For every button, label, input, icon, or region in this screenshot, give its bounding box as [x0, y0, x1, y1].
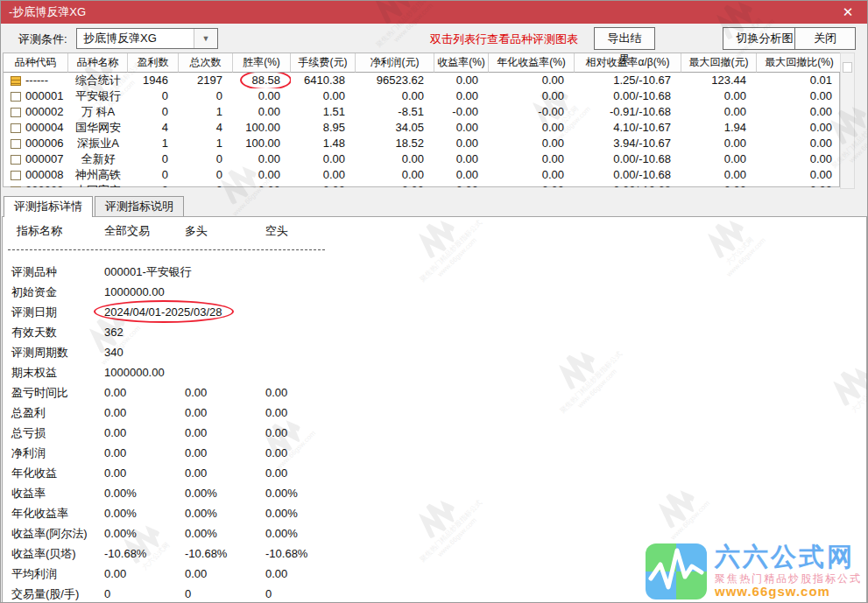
- results-table-body: ------ 综合统计 1946 2197 88.58 6410.38 9652…: [4, 73, 839, 187]
- detail-row: 收益率 0.00% 0.00% 0.00%: [3, 483, 493, 503]
- row-checkbox-icon[interactable]: [11, 123, 21, 133]
- detail-row: 平均利润 0.00 0.00 0.00: [3, 564, 493, 584]
- detail-column-header: 多头: [171, 223, 251, 239]
- metric-label: 交易量(股/手): [3, 584, 90, 603]
- tab[interactable]: 评测指标详情: [4, 196, 93, 217]
- results-table: 品种代码品种名称盈利数总次数胜率(%)手续费(元)净利润(元)收益率(%)年化收…: [3, 53, 840, 187]
- win-rate-value: 0.00: [258, 183, 280, 187]
- titlebar-close-icon[interactable]: ✕: [836, 4, 859, 20]
- pulse-logo-icon: [646, 543, 707, 599]
- metric-value-all: 1000000.00: [104, 362, 165, 382]
- detail-row: 总盈利 0.00 0.00 0.00: [3, 403, 493, 423]
- win-rate-value: 100.00: [245, 136, 280, 151]
- table-vertical-scrollbar[interactable]: [840, 53, 855, 189]
- row-checkbox-icon[interactable]: [11, 155, 21, 165]
- detail-row: 总亏损 0.00 0.00 0.00: [3, 423, 493, 443]
- stock-code: 000009: [25, 183, 63, 187]
- column-header[interactable]: 净利润(元): [356, 53, 434, 73]
- detail-column-header: 全部交易: [90, 223, 171, 239]
- metric-value-all: 0.00: [104, 463, 126, 483]
- row-checkbox-icon[interactable]: [11, 108, 21, 117]
- table-row[interactable]: 000009 中国宝安 0 0 0.00 0.00 0.00 0.00 0.00…: [4, 183, 839, 187]
- detail-row: 净利润 0.00 0.00 0.00: [3, 443, 493, 463]
- stock-code: 000001: [25, 88, 63, 104]
- stock-code: ------: [25, 73, 48, 88]
- stock-code: 000004: [25, 120, 63, 136]
- close-button[interactable]: 关闭: [794, 27, 856, 50]
- table-row[interactable]: 000008 神州高铁 0 0 0.00 0.00 0.00 0.00 0.00…: [4, 167, 839, 183]
- metric-value-all: 340: [104, 342, 123, 362]
- detail-row: 期末权益 1000000.00: [3, 362, 493, 382]
- detail-rows: 评测品种 000001-平安银行 初始资金 1000000.00 评测日期 20…: [3, 262, 493, 603]
- metric-value-all: 0.00%: [104, 523, 137, 543]
- table-row[interactable]: 000006 深振业A 1 1 100.00 1.48 18.52 0.00 0…: [4, 136, 839, 151]
- column-header[interactable]: 品种名称: [68, 53, 128, 73]
- site-logo: 六六公式网 聚焦热门精品炒股指标公式 www.66gsw.com: [646, 543, 862, 599]
- row-checkbox-icon[interactable]: [11, 139, 21, 149]
- detail-row: 盈亏时间比 0.00 0.00 0.00: [3, 382, 493, 403]
- column-header[interactable]: 盈利数: [128, 53, 179, 73]
- table-row[interactable]: 000007 全新好 0 0 0.00 0.00 0.00 0.00 0.00 …: [4, 151, 839, 167]
- row-checkbox-icon[interactable]: [11, 92, 21, 102]
- win-rate-value: 0.00: [258, 88, 280, 104]
- metric-value-long: 0.00%: [185, 483, 217, 503]
- table-row[interactable]: 000004 国华网安 4 4 100.00 8.95 34.05 0.00 0…: [4, 120, 839, 136]
- dashed-divider: [8, 249, 325, 250]
- metric-value-long: 0.00%: [185, 503, 217, 523]
- scrollbar-thumb[interactable]: [843, 62, 852, 73]
- metric-label: 盈亏时间比: [3, 382, 90, 403]
- metric-value-long: 0.00: [185, 564, 207, 584]
- metric-value-short: 0.00%: [265, 523, 298, 543]
- site-logo-title: 六六公式网: [715, 543, 862, 571]
- stock-name: 平安银行: [68, 88, 128, 104]
- metric-value-short: 0.00: [265, 463, 287, 483]
- metric-value-all: 0.00: [104, 564, 126, 584]
- win-rate-value: 0.00: [258, 167, 280, 183]
- chevron-down-icon[interactable]: ▼: [194, 29, 217, 48]
- detail-row: 有效天数 362: [3, 322, 493, 342]
- metric-value-all: 362: [104, 322, 123, 342]
- detail-row: 交易量(股/手) 0 0 0: [3, 584, 493, 603]
- table-row[interactable]: 000001 平安银行 0 0 0.00 0.00 0.00 0.00 0.00…: [4, 88, 839, 104]
- double-click-hint: 双击列表行查看品种评测图表: [430, 32, 578, 47]
- export-results-button[interactable]: 导出结果: [594, 27, 655, 50]
- metric-value-all: 0: [104, 584, 110, 603]
- stock-name: 万 科A: [68, 104, 128, 120]
- win-rate-value: 88.58: [251, 73, 280, 88]
- detail-column-header: 指标名称: [3, 223, 90, 239]
- metric-value-short: -10.68%: [265, 543, 307, 564]
- win-rate-value: 0.00: [258, 151, 280, 167]
- table-row[interactable]: ------ 综合统计 1946 2197 88.58 6410.38 9652…: [4, 73, 839, 88]
- metric-value-long: 0.00: [185, 463, 207, 483]
- metric-value-short: 0.00: [265, 564, 287, 584]
- column-header[interactable]: 年化收益率(%): [489, 53, 575, 73]
- column-header[interactable]: 收益率(%): [434, 53, 489, 73]
- condition-select[interactable]: 抄底博反弹XG ▼: [76, 28, 218, 49]
- stock-name: 全新好: [68, 151, 128, 167]
- column-header[interactable]: 品种代码: [4, 53, 68, 73]
- detail-row: 年化收益 0.00 0.00 0.00: [3, 463, 493, 483]
- detail-row: 评测周期数 340: [3, 342, 493, 362]
- row-checkbox-icon[interactable]: [11, 186, 21, 188]
- stock-name: 深振业A: [68, 136, 128, 151]
- stock-code: 000002: [25, 104, 63, 120]
- win-rate-value: 0.00: [258, 104, 280, 120]
- row-checkbox-icon[interactable]: [11, 76, 21, 86]
- column-header[interactable]: 总次数: [179, 53, 233, 73]
- stock-name: 国华网安: [68, 120, 128, 136]
- table-row[interactable]: 000002 万 科A 0 1 0.00 1.51 -8.51 -0.00 -0…: [4, 104, 839, 120]
- detail-header-row: 指标名称全部交易多头空头: [3, 223, 370, 239]
- column-header[interactable]: 手续费(元): [291, 53, 356, 73]
- column-header[interactable]: 最大回撤比(%): [757, 53, 843, 73]
- metric-label: 评测周期数: [3, 342, 90, 362]
- column-header[interactable]: 胜率(%): [233, 53, 291, 73]
- metric-label: 初始资金: [3, 282, 90, 302]
- column-header[interactable]: 最大回撤(元): [681, 53, 757, 73]
- metric-value-short: 0.00%: [265, 503, 298, 523]
- tab[interactable]: 评测指标说明: [95, 196, 184, 216]
- titlebar[interactable]: -抄底博反弹XG ✕: [1, 1, 867, 24]
- row-checkbox-icon[interactable]: [11, 171, 21, 180]
- metric-value-short: 0.00: [265, 403, 287, 423]
- evaluation-dialog: 聚焦热门精品炒股指标公式www.66gsw.com 六六公式网www.66gsw…: [0, 0, 868, 603]
- metric-label: 有效天数: [3, 322, 90, 342]
